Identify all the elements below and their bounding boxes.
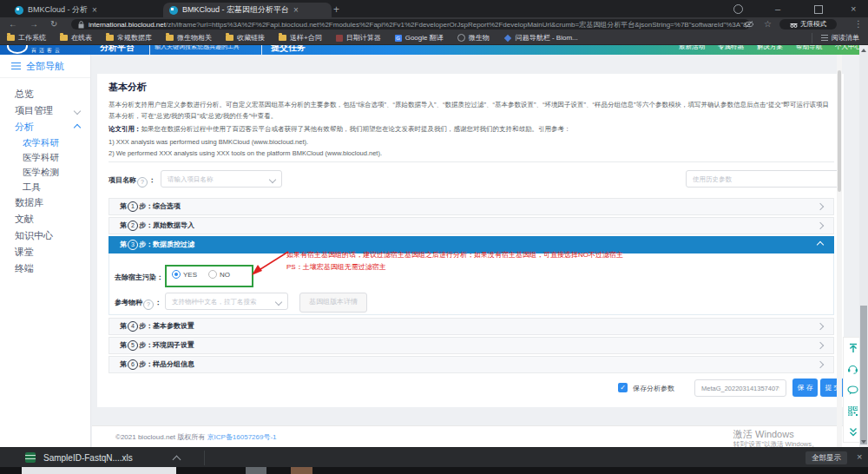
banner-nav-item[interactable]: 解决方案	[757, 45, 783, 51]
step-label: 第5步：环境因子设置	[120, 340, 194, 351]
folder-icon	[166, 35, 174, 41]
step-label: 第4步：基本参数设置	[120, 321, 194, 332]
banner-nav-item[interactable]: 帮助导航	[796, 45, 822, 51]
scrollbar-thumb[interactable]	[838, 70, 841, 192]
bookmark-folder[interactable]: 工作系统	[7, 33, 46, 43]
sidebar-item-terminal[interactable]: 终端	[0, 260, 90, 277]
incognito-badge: 无痕模式	[779, 19, 837, 30]
save-button[interactable]: 保 存	[792, 379, 818, 397]
bmk-logo-text: 百迈客云	[31, 47, 62, 55]
bookmark-star-icon[interactable]: ☆	[764, 19, 772, 29]
tab-title: BMKCloud - 宏基因组分析平台	[182, 4, 289, 16]
banner-nav-item[interactable]: 专属特惠	[718, 45, 744, 51]
sidebar-item-agri-research[interactable]: 农学科研	[0, 135, 90, 150]
step-4-header[interactable]: 第4步：基本参数设置	[108, 318, 834, 335]
bookmark-item[interactable]: GGoogle 翻译	[395, 33, 444, 43]
params-name-input[interactable]	[694, 379, 786, 397]
window-maximize-button[interactable]	[814, 5, 823, 14]
show-all-downloads-button[interactable]: 全部显示	[806, 451, 847, 464]
new-tab-button[interactable]: +	[333, 3, 339, 16]
banner-nav-item[interactable]: 个人中心	[835, 45, 861, 51]
windows-taskbar	[0, 467, 868, 474]
radio-yes[interactable]: YES	[172, 270, 197, 279]
project-name-select[interactable]: 请输入项目名称	[161, 170, 282, 188]
taskbar-app-icon[interactable]	[291, 467, 312, 474]
forward-button[interactable]: →	[30, 19, 38, 29]
browser-menu-icon[interactable]: ⋮	[854, 19, 863, 29]
genome-version-button[interactable]: 基因组版本详情	[299, 293, 367, 313]
project-name-label: 项目名称：	[108, 175, 155, 188]
sidebar-item-knowledge[interactable]: 知识中心	[0, 227, 90, 244]
iframe-scrollbar[interactable]	[837, 55, 842, 447]
chevron-down-icon	[269, 176, 276, 183]
eye-blocked-icon[interactable]	[745, 21, 753, 30]
step-label: 第1步：综合选项	[120, 201, 181, 212]
bookmark-item[interactable]: 日期计算器	[336, 33, 381, 43]
reading-list-icon	[821, 35, 828, 41]
analysis-card: 基本分析 基本分析支持用户自定义参数进行分析。可自定义宏基因组基本分析的主要参数…	[97, 74, 844, 407]
reference-species-select[interactable]: 支持物种中文名，拉丁名搜索	[165, 293, 288, 310]
reload-button[interactable]: ↻	[50, 19, 57, 29]
sidebar-item-overview[interactable]: 总览	[0, 86, 90, 102]
step-6-header[interactable]: 第6步：样品分组信息	[108, 356, 834, 373]
history-params-input[interactable]	[686, 170, 842, 188]
help-icon[interactable]	[137, 177, 148, 188]
bookmark-item[interactable]: 问题导航栏 - Biom...	[503, 33, 578, 43]
bookmark-folder[interactable]: 在线表	[60, 33, 92, 43]
tab-close-icon[interactable]: ×	[92, 6, 97, 15]
copyright-text: ©2021 biocloud.net 版权所有	[115, 433, 207, 441]
banner-nav-item[interactable]: 最新活动	[679, 45, 705, 51]
scroll-down-arrow[interactable]	[861, 440, 866, 444]
icp-link[interactable]: 京ICP备16057269号-1	[207, 433, 277, 441]
browser-scrollbar[interactable]	[859, 45, 868, 447]
bookmark-folder[interactable]: 微生物相关	[166, 33, 212, 43]
window-minimize-button[interactable]: –	[775, 3, 780, 15]
taskbar-app-icon[interactable]	[246, 467, 266, 474]
help-icon[interactable]	[143, 300, 154, 310]
bookmark-folder[interactable]: 收藏链接	[226, 33, 265, 43]
browser-profile-icon[interactable]	[733, 4, 743, 14]
bookmark-folder[interactable]: 常规数据库	[106, 33, 152, 43]
sidebar-item-med-detection[interactable]: 医学检测	[0, 165, 90, 180]
sidebar-item-database[interactable]: 数据库	[0, 194, 90, 211]
step-5-header[interactable]: 第5步：环境因子设置	[108, 337, 834, 354]
save-params-checkbox[interactable]: ✓	[618, 383, 628, 392]
site-header-banner: 百迈客云 分析平台 输入关键词搜索您感兴趣的工具 提交任务 最新活动 专属特惠 …	[0, 45, 868, 55]
sidebar-item-classroom[interactable]: 课堂	[0, 244, 90, 260]
address-bar[interactable]: international.biocloud.net/zh/iframe?url…	[71, 19, 750, 30]
citation-paragraph: 论文引用：如果您在数据分析过程中使用了百迈客云平台或者获得了其他有效帮助，我们期…	[108, 125, 834, 134]
step-label: 第2步：原始数据导入	[120, 221, 194, 231]
bookmark-folder[interactable]: 送样+合同	[279, 33, 322, 43]
scroll-up-arrow[interactable]	[861, 49, 866, 52]
chevron-right-icon	[817, 222, 824, 229]
step-label: 第6步：样品分组信息	[120, 359, 194, 370]
downloaded-filename[interactable]: SampleID-FastqN....xls	[43, 453, 133, 463]
all-navigation-toggle[interactable]: 全部导航	[0, 55, 90, 78]
bmkcloud-favicon	[15, 6, 23, 15]
window-close-button[interactable]: ×	[851, 3, 856, 15]
tab-close-icon[interactable]: ×	[293, 6, 299, 15]
step-1-header[interactable]: 第1步：综合选项	[108, 198, 834, 215]
sidebar-item-med-research[interactable]: 医学科研	[0, 150, 90, 165]
bmk-logo	[7, 45, 28, 54]
banner-search-input[interactable]: 输入关键词搜索您感兴趣的工具	[149, 45, 262, 55]
bookmark-item[interactable]: 微生物	[457, 33, 490, 43]
reading-list-button[interactable]: 阅读清单	[812, 33, 868, 43]
browser-tab-1[interactable]: BMKCloud - 分析 ×	[9, 3, 167, 17]
download-shelf: SampleID-FastqN....xls 全部显示 ×	[0, 447, 868, 467]
sidebar: 全部导航 总览 项目管理 分析 农学科研 医学科研 医学检测 工具 数据库 文献…	[0, 55, 91, 447]
radio-no[interactable]: NO	[208, 270, 230, 279]
taskbar-search-box[interactable]	[22, 467, 176, 474]
browser-tab-2[interactable]: BMKCloud - 宏基因组分析平台 ×	[163, 3, 332, 17]
sidebar-item-literature[interactable]: 文献	[0, 211, 90, 227]
scrollbar-thumb[interactable]	[860, 306, 867, 444]
step-2-header[interactable]: 第2步：原始数据导入	[108, 217, 834, 234]
back-button[interactable]: ←	[9, 19, 17, 29]
sidebar-item-analysis[interactable]: 分析	[0, 119, 90, 135]
sidebar-item-tools[interactable]: 工具	[0, 180, 90, 194]
banner-submit-task-link[interactable]: 提交任务	[271, 45, 306, 54]
nav-toggle-label: 全部导航	[26, 60, 64, 73]
close-shelf-icon[interactable]: ×	[857, 451, 862, 462]
sidebar-item-project-mgmt[interactable]: 项目管理	[0, 102, 90, 119]
download-expand-icon[interactable]	[173, 456, 181, 464]
